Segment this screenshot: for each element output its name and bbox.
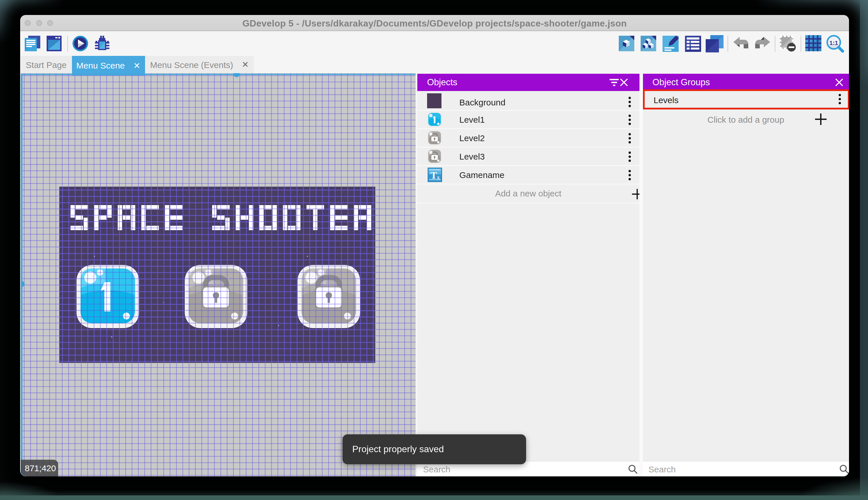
svg-text:x: x — [437, 174, 439, 180]
svg-text:1:1: 1:1 — [829, 39, 838, 46]
svg-text:T: T — [430, 170, 437, 181]
